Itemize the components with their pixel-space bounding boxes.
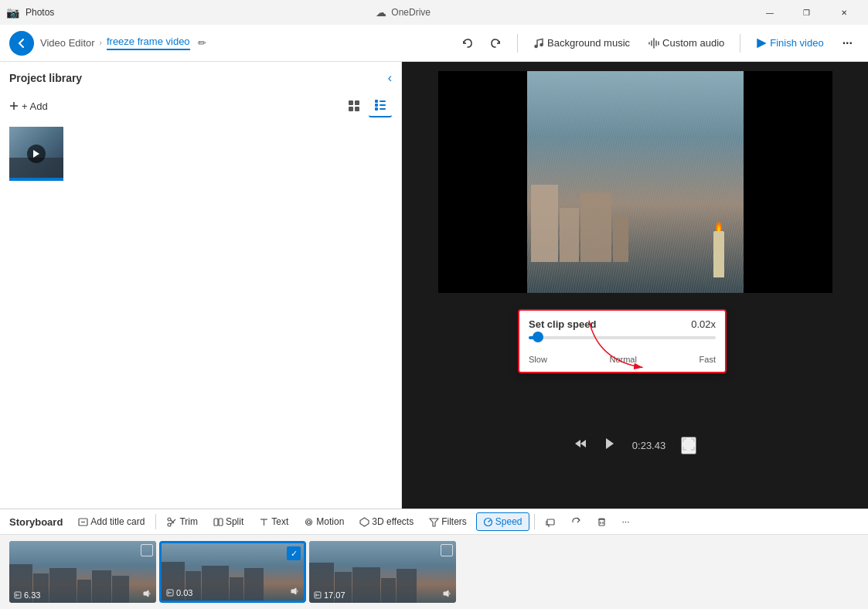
speed-popup-header: Set clip speed 0.02x xyxy=(529,318,716,330)
custom-audio-label: Custom audio xyxy=(662,37,724,49)
clip-1-audio xyxy=(142,589,151,600)
clip-2-audio xyxy=(290,587,299,597)
background-music-button[interactable]: Background music xyxy=(527,34,636,52)
play-icon xyxy=(27,145,46,163)
breadcrumb-current: freeze frame video xyxy=(107,36,190,50)
filters-label: Filters xyxy=(441,516,467,527)
play-pause-button[interactable] xyxy=(603,437,617,454)
speed-button[interactable]: Speed xyxy=(476,512,529,531)
clip-1-duration: 6.33 xyxy=(14,590,40,600)
add-title-card-label: Add title card xyxy=(90,516,145,527)
fullscreen-button[interactable] xyxy=(681,437,696,454)
fast-label: Fast xyxy=(700,355,716,364)
clip-3-audio xyxy=(442,589,451,600)
add-media-button[interactable]: + Add xyxy=(9,100,48,112)
more-storyboard-button[interactable]: ··· xyxy=(616,513,636,530)
redo-button[interactable] xyxy=(483,34,508,53)
title-bar: 📷 Photos ☁ OneDrive — ❐ ✕ xyxy=(0,0,868,25)
effects-3d-button[interactable]: 3D effects xyxy=(353,513,420,530)
svg-line-23 xyxy=(171,519,175,524)
clip-3[interactable]: 17.07 xyxy=(309,541,456,603)
onedrive-label: OneDrive xyxy=(391,7,431,18)
svg-point-29 xyxy=(306,519,312,525)
command-bar: Video Editor › freeze frame video ✏ Back… xyxy=(0,25,868,62)
clip-3-checkbox[interactable] xyxy=(441,544,453,556)
normal-label: Normal xyxy=(609,355,636,364)
svg-point-1 xyxy=(540,43,543,46)
minimize-button[interactable]: — xyxy=(752,0,788,25)
finish-video-label: Finish video xyxy=(770,37,823,49)
svg-marker-49 xyxy=(444,590,448,597)
svg-line-33 xyxy=(488,520,490,522)
media-grid xyxy=(9,127,392,181)
restore-button[interactable]: ❐ xyxy=(789,0,825,25)
back-button[interactable] xyxy=(9,31,34,56)
collapse-panel-button[interactable]: ‹ xyxy=(388,71,392,85)
svg-point-21 xyxy=(168,523,171,526)
rewind-button[interactable] xyxy=(574,437,587,454)
clip-1-checkbox[interactable] xyxy=(141,544,153,556)
clip-2-check: ✓ xyxy=(287,546,301,560)
video-frame xyxy=(438,71,832,293)
motion-label: Motion xyxy=(316,516,344,527)
storyboard-label: Storyboard xyxy=(9,516,63,528)
motion-button[interactable]: Motion xyxy=(298,513,350,530)
clip-1[interactable]: 6.33 xyxy=(9,541,156,603)
clip-3-duration: 17.07 xyxy=(314,590,345,600)
svg-rect-12 xyxy=(380,104,386,106)
storyboard: Storyboard Add title card Trim Split xyxy=(0,509,868,609)
svg-point-0 xyxy=(535,45,537,47)
svg-rect-4 xyxy=(349,100,353,105)
text-button[interactable]: Text xyxy=(253,513,294,530)
finish-video-button[interactable]: Finish video xyxy=(750,34,829,52)
more-options-button[interactable]: ··· xyxy=(836,33,859,53)
speed-value-display: 0.02x xyxy=(691,318,716,330)
svg-rect-34 xyxy=(547,519,554,525)
breadcrumb-parent[interactable]: Video Editor xyxy=(40,37,95,49)
panel-header: Project library ‹ xyxy=(9,71,392,85)
trim-label: Trim xyxy=(179,516,198,527)
svg-rect-5 xyxy=(355,100,359,105)
list-view-button[interactable] xyxy=(369,94,392,117)
effects-3d-label: 3D effects xyxy=(372,516,414,527)
sb-divider-1 xyxy=(155,514,156,529)
add-title-card-button[interactable]: Add title card xyxy=(72,513,151,530)
speed-slider[interactable] xyxy=(529,336,716,352)
video-preview xyxy=(438,71,832,293)
media-thumb-bar xyxy=(9,178,63,181)
svg-rect-7 xyxy=(355,107,359,111)
speed-slider-thumb[interactable] xyxy=(533,332,543,342)
svg-marker-17 xyxy=(606,438,614,449)
delete-button[interactable] xyxy=(591,514,613,530)
breadcrumb-separator: › xyxy=(100,39,102,47)
resize-button[interactable] xyxy=(540,514,562,530)
storyboard-toolbar: Storyboard Add title card Trim Split xyxy=(0,509,868,535)
clip-2[interactable]: ✓ 0.03 xyxy=(159,541,306,603)
trim-button[interactable]: Trim xyxy=(161,513,204,530)
undo-button[interactable] xyxy=(455,34,480,53)
svg-marker-15 xyxy=(575,440,580,447)
close-button[interactable]: ✕ xyxy=(826,0,862,25)
edit-title-icon[interactable]: ✏ xyxy=(198,37,206,49)
time-display: 0:23.43 xyxy=(632,440,665,451)
custom-audio-button[interactable]: Custom audio xyxy=(642,34,730,52)
media-item[interactable] xyxy=(9,127,63,181)
speed-popup: Set clip speed 0.02x Slow Normal Fast xyxy=(518,309,727,373)
filters-button[interactable]: Filters xyxy=(423,513,473,530)
svg-marker-16 xyxy=(580,440,586,447)
view-toggle xyxy=(342,94,392,117)
svg-point-22 xyxy=(168,518,171,521)
speed-label: Speed xyxy=(495,516,523,527)
rotate-button[interactable] xyxy=(565,514,587,530)
svg-rect-35 xyxy=(599,519,604,526)
svg-marker-45 xyxy=(291,588,296,594)
svg-rect-10 xyxy=(375,107,378,111)
onedrive-area: ☁ OneDrive xyxy=(376,6,431,19)
svg-rect-6 xyxy=(349,107,353,111)
grid-view-button[interactable] xyxy=(342,94,366,117)
slow-label: Slow xyxy=(529,355,547,364)
app-icon: 📷 xyxy=(6,6,19,19)
svg-marker-31 xyxy=(430,519,438,526)
split-button[interactable]: Split xyxy=(207,513,250,530)
panel-title: Project library xyxy=(9,72,82,84)
